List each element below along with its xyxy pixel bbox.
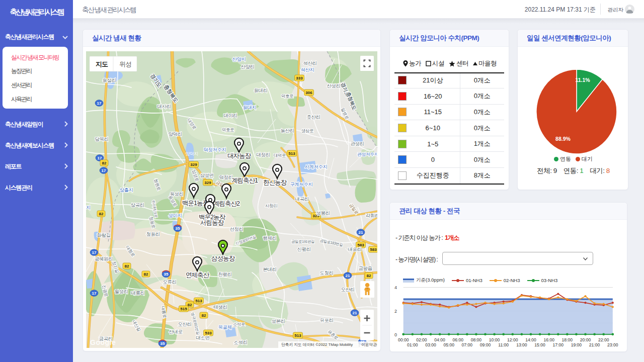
svg-text:삼성면: 삼성면 bbox=[200, 172, 214, 178]
svg-text:20:00: 20:00 bbox=[580, 337, 591, 342]
svg-text:계림축산2: 계림축산2 bbox=[213, 200, 240, 207]
svg-text:선정리: 선정리 bbox=[230, 226, 244, 232]
svg-text:14:00: 14:00 bbox=[525, 337, 536, 342]
svg-text:천랭리: 천랭리 bbox=[218, 272, 232, 277]
svg-text:35: 35 bbox=[160, 341, 165, 346]
svg-text:성미지: 성미지 bbox=[169, 213, 182, 218]
svg-text:사창리: 사창리 bbox=[265, 203, 277, 208]
svg-text:용대지: 용대지 bbox=[243, 105, 257, 110]
svg-text:306: 306 bbox=[305, 90, 312, 95]
svg-text:2: 2 bbox=[394, 309, 397, 314]
svg-text:연제축산: 연제축산 bbox=[186, 272, 210, 279]
svg-text:성봉리: 성봉리 bbox=[316, 210, 330, 216]
svg-text:산양리: 산양리 bbox=[241, 64, 255, 69]
svg-text:대정리: 대정리 bbox=[257, 152, 270, 157]
svg-text:11.1%: 11.1% bbox=[575, 77, 590, 83]
svg-text:금왕읍: 금왕읍 bbox=[359, 265, 372, 271]
svg-text:용대리: 용대리 bbox=[254, 87, 268, 93]
svg-text:대야리: 대야리 bbox=[224, 113, 237, 118]
svg-text:22:00: 22:00 bbox=[598, 337, 609, 342]
svg-text:오류리: 오류리 bbox=[163, 279, 177, 285]
svg-text:지도: 지도 bbox=[96, 60, 108, 68]
svg-text:대자농장: 대자농장 bbox=[227, 152, 252, 159]
svg-text:호산리: 호산리 bbox=[307, 114, 320, 120]
svg-text:21: 21 bbox=[359, 230, 363, 235]
svg-text:단축키: 단축키 bbox=[281, 342, 293, 347]
svg-text:태생리: 태생리 bbox=[214, 304, 227, 310]
svg-text:덕호로: 덕호로 bbox=[281, 94, 293, 99]
svg-text:금일로191번길: 금일로191번길 bbox=[291, 239, 314, 244]
svg-text:333: 333 bbox=[296, 76, 303, 80]
svg-text:11:00: 11:00 bbox=[498, 342, 509, 347]
svg-text:17: 17 bbox=[97, 101, 102, 106]
svg-text:덕호로: 덕호로 bbox=[222, 127, 234, 132]
svg-text:산성리: 산성리 bbox=[327, 83, 341, 88]
svg-text:오산리: 오산리 bbox=[341, 287, 355, 292]
svg-text:10:00: 10:00 bbox=[489, 337, 500, 342]
svg-text:21: 21 bbox=[346, 274, 350, 278]
svg-text:00:00: 00:00 bbox=[398, 337, 409, 342]
svg-text:17:00: 17:00 bbox=[553, 342, 564, 347]
svg-text:82: 82 bbox=[367, 274, 371, 278]
svg-text:내곡리: 내곡리 bbox=[295, 196, 309, 202]
svg-text:계림축산1: 계림축산1 bbox=[231, 177, 258, 184]
svg-text:13:00: 13:00 bbox=[516, 342, 527, 347]
svg-text:이용약관: 이용약관 bbox=[361, 342, 377, 347]
svg-text:양덕지: 양덕지 bbox=[185, 151, 198, 156]
svg-text:관성저수지: 관성저수지 bbox=[357, 152, 377, 157]
svg-text:용설리: 용설리 bbox=[103, 77, 116, 83]
svg-text:82: 82 bbox=[202, 313, 206, 318]
svg-text:513: 513 bbox=[195, 299, 202, 303]
svg-text:도청리: 도청리 bbox=[320, 270, 334, 276]
svg-text:19:00: 19:00 bbox=[571, 342, 582, 347]
svg-text:82: 82 bbox=[144, 272, 148, 277]
svg-text:Google: Google bbox=[90, 338, 116, 346]
svg-text:삼성농장: 삼성농장 bbox=[211, 255, 235, 262]
svg-text:덕정저수지: 덕정저수지 bbox=[204, 147, 226, 152]
svg-text:덕정리: 덕정리 bbox=[219, 174, 233, 180]
svg-text:4: 4 bbox=[394, 285, 397, 290]
svg-text:05:00: 05:00 bbox=[443, 342, 454, 347]
svg-text:청용리: 청용리 bbox=[146, 231, 160, 237]
svg-text:18:00: 18:00 bbox=[562, 337, 573, 342]
svg-text:82: 82 bbox=[99, 212, 104, 216]
svg-text:신평리: 신평리 bbox=[297, 246, 311, 252]
svg-text:17: 17 bbox=[92, 291, 97, 296]
svg-text:04:00: 04:00 bbox=[434, 337, 445, 342]
svg-text:12:00: 12:00 bbox=[507, 337, 518, 342]
svg-text:산내로: 산내로 bbox=[169, 329, 183, 334]
svg-text:수지: 수지 bbox=[86, 205, 91, 210]
svg-text:행제리: 행제리 bbox=[263, 235, 277, 241]
svg-text:한신농장: 한신농장 bbox=[263, 179, 287, 186]
svg-text:513: 513 bbox=[294, 333, 301, 338]
svg-text:상출지: 상출지 bbox=[120, 187, 133, 193]
svg-text:성본리: 성본리 bbox=[272, 318, 285, 324]
svg-text:17: 17 bbox=[102, 168, 106, 173]
svg-text:양덕리: 양덕리 bbox=[169, 131, 182, 137]
svg-text:대덕로: 대덕로 bbox=[274, 153, 286, 158]
svg-text:관성리: 관성리 bbox=[351, 141, 364, 146]
svg-text:17: 17 bbox=[92, 250, 97, 255]
svg-text:09:00: 09:00 bbox=[480, 342, 491, 347]
svg-text:오산리: 오산리 bbox=[178, 321, 192, 327]
svg-text:화랑길: 화랑길 bbox=[97, 232, 111, 238]
svg-text:82: 82 bbox=[125, 264, 129, 268]
svg-text:21:00: 21:00 bbox=[589, 342, 600, 347]
svg-text:82: 82 bbox=[102, 161, 107, 165]
svg-text:각회리: 각회리 bbox=[366, 213, 378, 218]
svg-text:16:00: 16:00 bbox=[543, 337, 554, 342]
svg-text:본대리: 본대리 bbox=[263, 266, 277, 272]
svg-text:월성리: 월성리 bbox=[115, 289, 128, 294]
svg-text:생삼로: 생삼로 bbox=[301, 128, 313, 133]
svg-text:21: 21 bbox=[353, 311, 357, 315]
svg-text:소석리: 소석리 bbox=[234, 339, 248, 345]
svg-text:01:00: 01:00 bbox=[407, 342, 418, 347]
svg-text:상곡리: 상곡리 bbox=[131, 202, 144, 208]
svg-text:08:00: 08:00 bbox=[471, 337, 482, 342]
svg-text:0: 0 bbox=[394, 332, 397, 337]
svg-text:03:00: 03:00 bbox=[425, 342, 436, 347]
svg-text:06:00: 06:00 bbox=[452, 337, 463, 342]
svg-text:515: 515 bbox=[180, 307, 187, 311]
svg-text:35: 35 bbox=[176, 226, 180, 231]
svg-text:02:00: 02:00 bbox=[416, 337, 427, 342]
